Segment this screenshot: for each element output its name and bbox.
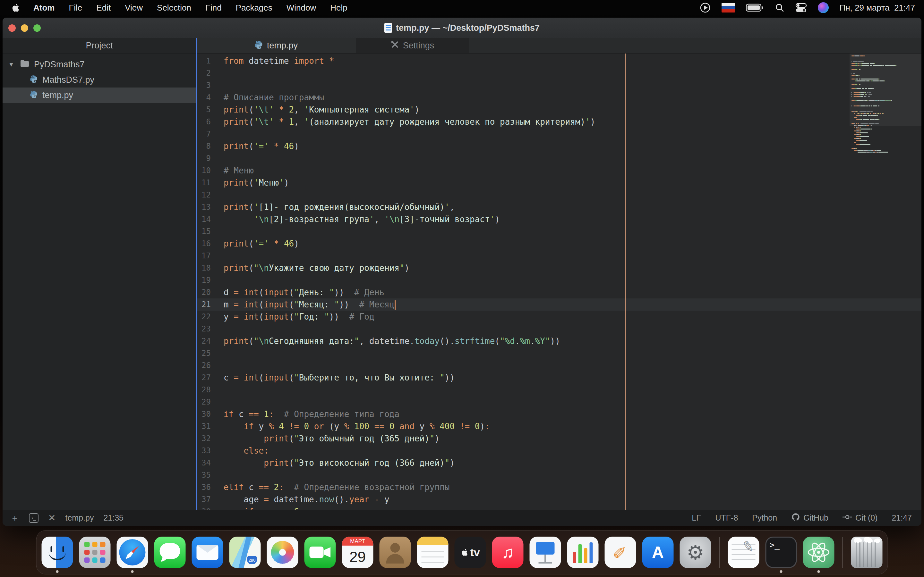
control-center-icon[interactable]	[795, 3, 807, 13]
menubar-clock[interactable]: Пн, 29 марта 21:47	[840, 3, 915, 13]
code-line-35[interactable]: 35	[196, 469, 921, 481]
dock-icon-appletv[interactable]: tv	[455, 537, 486, 568]
dock-icon-numbers[interactable]	[567, 537, 599, 568]
code-line-30[interactable]: 30if c == 1: # Определение типа года	[196, 408, 921, 420]
code-line-29[interactable]: 29	[196, 396, 921, 408]
zoom-window-button[interactable]	[33, 24, 41, 32]
dock-icon-syspref[interactable]: ⚙	[680, 537, 711, 568]
dock-icon-notes[interactable]	[417, 537, 449, 568]
dock-icon-appstore[interactable]: A	[642, 537, 674, 568]
code-line-15[interactable]: 15	[196, 226, 921, 237]
code-line-27[interactable]: 27c = int(input("Выберите то, что Вы хот…	[196, 372, 921, 384]
github-status[interactable]: GitHub	[791, 513, 829, 524]
minimap[interactable]	[850, 53, 921, 510]
add-project-icon[interactable]: ＋	[10, 512, 19, 524]
code-line-36[interactable]: 36elif c == 2: # Определение возрастной …	[196, 481, 921, 493]
code-editor[interactable]: 1from datetime import *234# Описание про…	[196, 53, 921, 510]
minimap-viewport[interactable]	[850, 53, 921, 126]
menu-item-packages[interactable]: Packages	[236, 3, 272, 13]
code-line-25[interactable]: 25	[196, 347, 921, 359]
menu-item-find[interactable]: Find	[205, 3, 222, 13]
dock-icon-messages[interactable]	[154, 537, 186, 568]
dock-icon-atom[interactable]	[803, 537, 835, 568]
terminal-panel-icon[interactable]: ›_	[29, 513, 39, 523]
spotlight-icon[interactable]	[775, 3, 784, 13]
code-line-11[interactable]: 11print('Меню')	[196, 177, 921, 189]
status-grammar[interactable]: Python	[752, 513, 777, 522]
code-line-22[interactable]: 22y = int(input("Год: ")) # Год	[196, 311, 921, 323]
dock-icon-trash[interactable]	[851, 537, 883, 568]
menu-item-edit[interactable]: Edit	[96, 3, 111, 13]
code-line-17[interactable]: 17	[196, 250, 921, 262]
menu-item-selection[interactable]: Selection	[157, 3, 191, 13]
dock-icon-contacts[interactable]	[380, 537, 411, 568]
code-line-21[interactable]: 21m = int(input("Месяц: ")) # Месяц	[196, 298, 921, 311]
code-line-6[interactable]: 6print('\t' * 1, '(анализирует дату рожд…	[196, 116, 921, 128]
menu-item-atom[interactable]: Atom	[33, 3, 55, 13]
dock-icon-finder[interactable]	[42, 537, 73, 568]
code-line-18[interactable]: 18print("\nУкажите свою дату рождения")	[196, 262, 921, 274]
play-circle-icon[interactable]	[700, 2, 711, 13]
menu-item-view[interactable]: View	[125, 3, 143, 13]
code-line-12[interactable]: 12	[196, 189, 921, 201]
status-line-ending[interactable]: LF	[692, 513, 701, 522]
window-titlebar[interactable]: temp.py — ~/Desktop/PyDSmaths7	[3, 18, 921, 38]
code-line-33[interactable]: 33 else:	[196, 445, 921, 457]
chevron-down-icon[interactable]: ▾	[7, 60, 15, 69]
menu-item-file[interactable]: File	[69, 3, 82, 13]
tree-file-row[interactable]: MathsDS7.py	[3, 72, 196, 87]
tab-temp-py[interactable]: temp.py	[196, 38, 356, 53]
code-line-24[interactable]: 24print("\nСегодняшняя дата:", datetime.…	[196, 335, 921, 347]
code-line-14[interactable]: 14 '\n[2]-возрастная група', '\n[3]-точн…	[196, 213, 921, 226]
code-line-7[interactable]: 7	[196, 128, 921, 140]
status-cursor-position[interactable]: 21:35	[103, 513, 124, 522]
dock-icon-textedit[interactable]: ✎	[728, 537, 759, 568]
siri-icon[interactable]	[818, 2, 829, 13]
dock-icon-launchpad[interactable]	[79, 537, 111, 568]
tree-folder-row[interactable]: ▾ PyDSmaths7	[3, 57, 196, 72]
code-line-8[interactable]: 8print('=' * 46)	[196, 140, 921, 152]
dock-icon-safari[interactable]	[117, 537, 148, 568]
apple-menu-icon[interactable]	[11, 3, 21, 13]
dock-icon-pages[interactable]: ✎	[605, 537, 636, 568]
code-line-9[interactable]: 9	[196, 152, 921, 164]
dock-icon-photos[interactable]	[267, 537, 298, 568]
dock-icon-maps[interactable]: 280	[229, 537, 261, 568]
code-line-4[interactable]: 4# Описание программы	[196, 91, 921, 103]
close-window-button[interactable]	[8, 24, 16, 32]
code-line-37[interactable]: 37 age = datetime.now().year - y	[196, 493, 921, 506]
code-line-28[interactable]: 28	[196, 384, 921, 396]
code-line-38[interactable]: 38 if age <= 6:	[196, 506, 921, 510]
git-status[interactable]: Git (0)	[843, 513, 877, 523]
tab-settings[interactable]: Settings	[356, 38, 469, 53]
dock-icon-music[interactable]: ♫	[492, 537, 523, 568]
code-line-1[interactable]: 1from datetime import *	[196, 55, 921, 67]
menu-item-window[interactable]: Window	[286, 3, 316, 13]
code-line-19[interactable]: 19	[196, 274, 921, 286]
code-line-10[interactable]: 10# Меню	[196, 164, 921, 177]
code-line-31[interactable]: 31 if y % 4 != 0 or (y % 100 == 0 and y …	[196, 420, 921, 432]
code-line-2[interactable]: 2	[196, 67, 921, 79]
dock-icon-mail[interactable]	[192, 537, 223, 568]
code-line-16[interactable]: 16print('=' * 46)	[196, 237, 921, 250]
pane-divider[interactable]	[196, 38, 197, 510]
tree-file-row-selected[interactable]: temp.py	[3, 87, 196, 103]
dock-icon-facetime[interactable]	[304, 537, 336, 568]
menu-item-help[interactable]: Help	[330, 3, 347, 13]
code-line-13[interactable]: 13print('[1]- год рождения(высокосный/об…	[196, 201, 921, 213]
code-line-5[interactable]: 5print('\t' * 2, 'Компьютерная система')	[196, 103, 921, 116]
code-line-26[interactable]: 26	[196, 359, 921, 372]
battery-icon[interactable]	[746, 3, 764, 12]
code-line-3[interactable]: 3	[196, 79, 921, 91]
minimize-window-button[interactable]	[21, 24, 28, 32]
code-line-34[interactable]: 34 print("Это високосный год (366 дней)"…	[196, 457, 921, 469]
status-encoding[interactable]: UTF-8	[716, 513, 738, 522]
status-file-name[interactable]: temp.py	[65, 513, 94, 522]
dock-icon-keynote[interactable]	[530, 537, 561, 568]
input-language-ru-icon[interactable]	[722, 3, 735, 13]
code-line-20[interactable]: 20d = int(input("День: ")) # День	[196, 286, 921, 298]
close-panel-icon[interactable]: ✕	[48, 513, 55, 523]
code-line-23[interactable]: 23	[196, 323, 921, 335]
code-line-32[interactable]: 32 print("Это обычный год (365 дней)")	[196, 432, 921, 445]
dock-icon-calendar[interactable]: МАРТ29	[342, 537, 373, 568]
